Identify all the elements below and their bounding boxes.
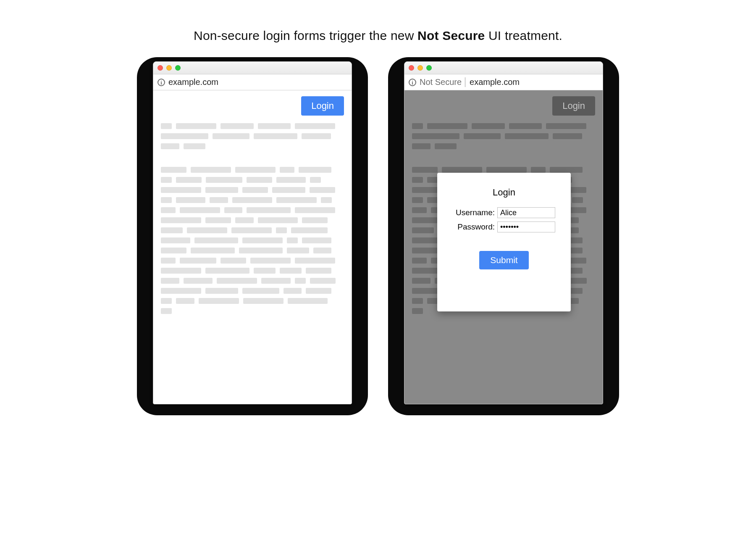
caption-prefix: Non-secure login forms trigger the new [194,29,417,42]
titlebar [404,62,603,74]
site-info-icon[interactable] [409,79,416,86]
login-button[interactable]: Login [301,96,344,116]
content-placeholder [161,123,344,314]
address-bar[interactable]: Not Secure example.com [404,74,603,90]
caption-suffix: UI treatment. [485,29,562,42]
site-info-icon[interactable] [158,79,165,86]
page-viewport-dimmed: Login [404,90,603,404]
address-bar[interactable]: example.com [153,74,352,90]
close-icon[interactable] [409,65,414,71]
browser-window-before: example.com Login [153,61,352,404]
username-input[interactable] [497,207,555,218]
traffic-lights [409,65,432,71]
minimize-icon[interactable] [417,65,423,71]
zoom-icon[interactable] [175,65,181,71]
url-text: example.com [470,77,520,87]
url-text: example.com [168,77,218,87]
titlebar [153,62,352,74]
password-label: Password: [453,222,495,232]
password-input[interactable] [497,222,555,232]
username-label: Username: [453,208,495,217]
page-viewport: Login [153,90,352,404]
caption-emphasis: Not Secure [417,29,485,42]
minimize-icon[interactable] [166,65,172,71]
modal-title: Login [446,187,562,198]
login-button[interactable]: Login [552,96,595,116]
close-icon[interactable] [158,65,163,71]
login-modal: Login Username: Password: Submit [437,173,571,311]
caption: Non-secure login forms trigger the new N… [104,29,652,43]
not-secure-badge: Not Secure [420,77,465,87]
traffic-lights [158,65,181,71]
browser-window-after: Not Secure example.com Login [404,61,603,404]
zoom-icon[interactable] [426,65,432,71]
submit-button[interactable]: Submit [479,251,528,269]
